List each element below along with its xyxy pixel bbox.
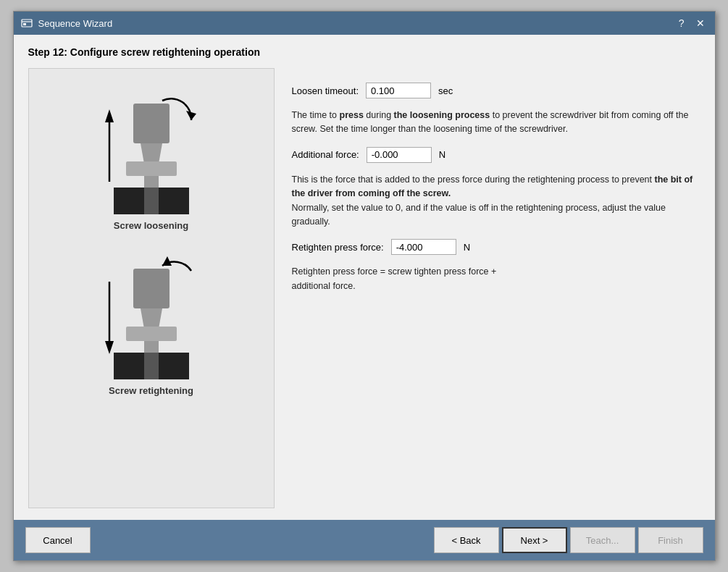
retighten-press-force-row: Retighten press force: N bbox=[292, 239, 700, 255]
close-button[interactable]: ✕ bbox=[693, 18, 708, 28]
back-button[interactable]: < Back bbox=[434, 527, 499, 553]
svg-rect-20 bbox=[114, 353, 144, 379]
loosening-svg bbox=[86, 80, 217, 214]
retighten-press-force-unit: N bbox=[464, 242, 470, 253]
cancel-button[interactable]: Cancel bbox=[25, 527, 91, 553]
svg-rect-6 bbox=[133, 104, 170, 143]
next-button[interactable]: Next > bbox=[502, 527, 567, 553]
footer-right: < Back Next > Teach... Finish bbox=[434, 527, 703, 553]
titlebar-controls: ? ✕ bbox=[676, 18, 708, 28]
loosen-timeout-description: The time to press during the loosening p… bbox=[292, 109, 700, 137]
svg-marker-7 bbox=[141, 143, 162, 164]
window-title: Sequence Wizard bbox=[38, 18, 113, 29]
svg-rect-12 bbox=[144, 188, 159, 214]
loosen-timeout-row: Loosen timeout: sec bbox=[292, 83, 700, 98]
additional-force-unit: N bbox=[439, 149, 445, 160]
footer: Cancel < Back Next > Teach... Finish bbox=[14, 520, 715, 560]
help-button[interactable]: ? bbox=[676, 18, 687, 28]
retightening-illustration: Screw retightening bbox=[86, 245, 217, 396]
svg-rect-2 bbox=[23, 23, 26, 25]
loosening-label: Screw loosening bbox=[114, 220, 188, 231]
loosen-timeout-label: Loosen timeout: bbox=[292, 85, 359, 96]
titlebar: Sequence Wizard ? ✕ bbox=[14, 12, 715, 35]
additional-force-row: Additional force: N bbox=[292, 147, 700, 163]
main-window: Sequence Wizard ? ✕ Step 12: Configure s… bbox=[13, 11, 716, 561]
retightening-svg bbox=[86, 245, 217, 379]
loosen-timeout-unit: sec bbox=[438, 85, 453, 96]
svg-rect-21 bbox=[159, 353, 189, 379]
svg-rect-11 bbox=[159, 188, 189, 214]
retighten-press-force-label: Retighten press force: bbox=[292, 242, 384, 253]
right-panel: Loosen timeout: sec The time to press du… bbox=[292, 68, 700, 508]
finish-button[interactable]: Finish bbox=[638, 527, 703, 553]
svg-rect-16 bbox=[133, 269, 170, 308]
additional-force-label: Additional force: bbox=[292, 149, 359, 160]
footer-left: Cancel bbox=[25, 527, 91, 553]
additional-force-description: This is the force that is added to the p… bbox=[292, 173, 700, 230]
teach-button[interactable]: Teach... bbox=[570, 527, 635, 553]
illustration-panel: Screw loosening bbox=[28, 68, 275, 508]
loosen-timeout-input[interactable] bbox=[366, 83, 431, 98]
svg-marker-15 bbox=[162, 256, 172, 266]
svg-rect-18 bbox=[126, 327, 177, 341]
svg-marker-4 bbox=[105, 109, 114, 122]
svg-rect-22 bbox=[144, 353, 159, 379]
main-content: Screw loosening bbox=[28, 68, 700, 508]
step-title: Step 12: Configure screw retightening op… bbox=[28, 46, 700, 58]
svg-rect-8 bbox=[126, 161, 177, 176]
app-icon bbox=[21, 17, 33, 29]
additional-force-input[interactable] bbox=[367, 147, 432, 163]
svg-rect-10 bbox=[114, 188, 144, 214]
titlebar-left: Sequence Wizard bbox=[21, 17, 113, 29]
svg-marker-17 bbox=[141, 308, 162, 329]
loosening-illustration: Screw loosening bbox=[86, 80, 217, 231]
retighten-press-force-description: Retighten press force = screw tighten pr… bbox=[292, 265, 700, 293]
svg-marker-14 bbox=[105, 341, 114, 354]
retighten-press-force-input[interactable] bbox=[391, 239, 456, 255]
svg-marker-5 bbox=[186, 111, 196, 120]
retightening-label: Screw retightening bbox=[109, 385, 193, 396]
content-area: Step 12: Configure screw retightening op… bbox=[14, 35, 715, 520]
